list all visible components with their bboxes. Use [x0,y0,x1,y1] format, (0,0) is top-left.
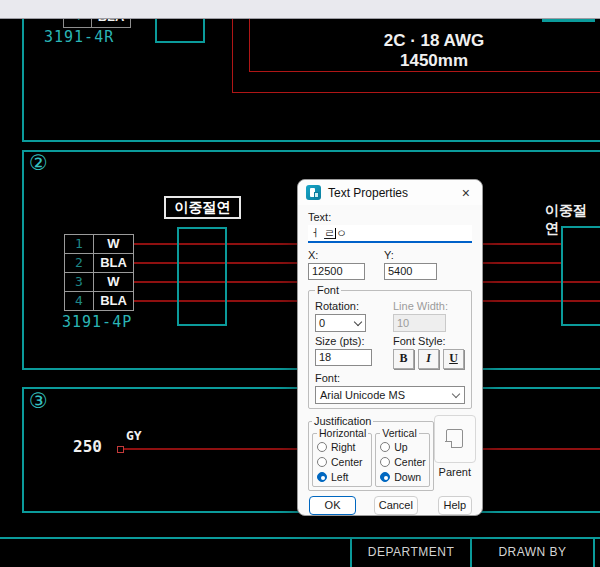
app-icon [306,185,321,200]
wire-colorcode-label: GY [126,428,142,443]
font-select[interactable]: Arial Unicode MS [315,386,465,404]
insulation-label-right: 이중절연 [545,202,600,238]
vertical-justification-group: Vertical Up Center Down [375,427,430,487]
titleblock-divider [593,539,595,567]
red-line-outer-vertical [232,18,233,93]
wire-table: 1 W 2 BLA 3 W 4 BLA [64,234,134,311]
rotation-value: 0 [319,317,325,329]
radio-label: Left [331,471,349,483]
pin-number: 3 [65,273,94,291]
table-row: 3 W [65,273,133,292]
radio-icon[interactable] [380,457,390,467]
radio-icon[interactable] [317,442,327,452]
radio-vertical-center[interactable]: Center [380,454,426,469]
titleblock-drawnby: DRAWN BY [472,545,593,559]
connector-label-top: 3191-4R [44,28,114,46]
page-icon [446,429,463,448]
radio-icon-selected[interactable] [317,472,327,482]
horizontal-justification-group: Horizontal Right Center Left [312,427,372,487]
cable-spec-line1: 2C · 18 AWG [354,31,514,51]
dialog-titlebar[interactable]: Text Properties × [298,180,482,205]
radio-horizontal-right[interactable]: Right [317,439,368,454]
radio-horizontal-center[interactable]: Center [317,454,368,469]
italic-button[interactable]: I [418,349,439,369]
section2-left-border [22,150,24,370]
x-label: X: [308,249,384,261]
parent-button[interactable] [434,415,476,463]
section2-top-border [22,150,600,152]
vertical-label: Vertical [380,427,418,439]
radio-vertical-up[interactable]: Up [380,439,426,454]
x-input[interactable]: 12500 [308,263,365,280]
text-input[interactable]: ㅓ ㄹㅇ [308,225,472,243]
size-label: Size (pts): [315,335,393,347]
text-value-after: ㅇ [336,227,347,239]
radio-label: Down [394,471,421,483]
component-box-left-edge [155,18,157,43]
cancel-button[interactable]: Cancel [374,496,417,515]
section3-left-border [22,387,24,513]
section1-bottom-border [22,140,600,142]
radio-label: Right [331,441,356,453]
size-input[interactable]: 18 [315,349,372,366]
radio-icon[interactable] [317,457,327,467]
pin-number: 1 [65,235,94,253]
insulation-label-left: 이중절연 [164,196,241,219]
window-top-bar [0,0,600,19]
horizontal-label: Horizontal [317,427,368,439]
rotation-label: Rotation: [315,300,393,312]
line-width-input: 10 [393,314,446,332]
dialog-title: Text Properties [328,186,408,200]
font-label: Font: [315,372,465,384]
text-value-before: ㅓ [310,227,324,239]
bold-button[interactable]: B [393,349,414,369]
underline-button[interactable]: U [443,349,464,369]
table-row: 1 W [65,235,133,254]
help-button[interactable]: Help [438,496,472,515]
component-rect-right [561,226,600,326]
radio-label: Center [394,456,426,468]
section2-number-marker: ② [29,151,48,175]
wire-color: BLA [94,254,133,272]
text-field-label: Text: [308,211,472,223]
text-value-composing: ㄹ [324,227,335,239]
table-row: 2 BLA [65,254,133,273]
radio-label: Center [331,456,363,468]
connector-label-bottom: 3191-4P [62,313,132,331]
radio-label: Up [394,441,407,453]
red-line-outer-horizontal [232,92,600,93]
font-group-label: Font [315,284,341,296]
pin-number: 4 [65,292,94,310]
wire-endpoint-marker [117,446,124,453]
justification-group-label: Justification [312,415,373,427]
titleblock-top-border [0,537,600,539]
component-box-bottom-edge [155,41,205,43]
chevron-down-icon [354,318,362,326]
ok-button[interactable]: OK [309,496,356,515]
component-rect-middle [177,227,227,326]
red-line-inner-vertical [249,18,250,72]
close-icon[interactable]: × [458,185,474,201]
radio-horizontal-left[interactable]: Left [317,469,368,484]
titleblock-department: DEPARTMENT [352,545,470,559]
justification-group: Justification Horizontal Right Center [308,415,434,491]
font-value: Arial Unicode MS [320,389,405,401]
radio-icon-selected[interactable] [380,472,390,482]
radio-icon[interactable] [380,442,390,452]
section3-number-marker: ③ [29,389,48,413]
table-row: 4 BLA [65,292,133,310]
wire-length-label: 250 [73,437,102,456]
wire-color: W [94,273,133,291]
font-group: Font Rotation: 0 Line Width: 10 Size (pt… [308,284,472,409]
red-line-inner-horizontal [249,71,600,72]
font-style-label: Font Style: [393,335,465,347]
rotation-select[interactable]: 0 [315,314,366,332]
wire-color: W [94,235,133,253]
y-input[interactable]: 5400 [384,263,437,280]
radio-vertical-down[interactable]: Down [380,469,426,484]
parent-button-label: Parent [434,466,476,478]
top-right-cyan-segment [542,19,595,22]
component-box-right-edge [203,18,205,43]
chevron-down-icon [452,390,460,398]
y-label: Y: [384,249,464,261]
